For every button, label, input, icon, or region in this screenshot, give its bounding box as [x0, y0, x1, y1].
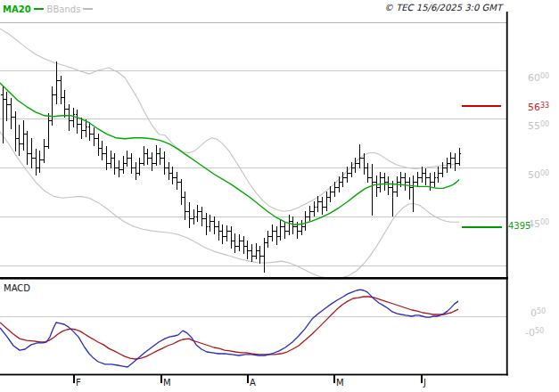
- price-tick-5500: 5500: [528, 119, 549, 131]
- panel-divider: [0, 277, 508, 280]
- x-axis-line: [0, 374, 508, 376]
- bollinger-lower-line: [0, 132, 459, 279]
- bbands-legend-swatch: [83, 8, 93, 10]
- ma20-legend-swatch: [34, 8, 44, 10]
- ma20-line: [0, 83, 459, 225]
- month-label-1: M: [163, 378, 171, 388]
- macd-tick--0.5: -050: [525, 326, 544, 338]
- ma20-legend-label: MA20: [3, 4, 31, 14]
- macd-tick-0.5: 050: [530, 306, 546, 318]
- month-label-0: F: [76, 378, 81, 388]
- stock-chart-window: MA20BBands © TEC 15/6/2025 3:0 GMT MACD …: [0, 0, 559, 392]
- price-tick-6000: 6000: [528, 71, 549, 83]
- month-label-2: A: [250, 378, 256, 388]
- chart-legend: MA20BBands: [3, 4, 96, 14]
- macd-panel-label: MACD: [4, 283, 30, 293]
- candlestick-series: [1, 61, 462, 273]
- price-tick-4500: 4500: [528, 217, 549, 229]
- resistance-level-label: 5633: [528, 101, 549, 112]
- chart-canvas: [0, 0, 559, 392]
- macd-line: [0, 290, 458, 367]
- bbands-legend-label: BBands: [47, 4, 81, 14]
- month-label-3: M: [336, 378, 344, 388]
- copyright-timestamp: © TEC 15/6/2025 3:0 GMT: [384, 3, 502, 12]
- plot-right-border: [506, 12, 508, 375]
- support-level-label: 4395: [508, 221, 530, 231]
- price-tick-5000: 5000: [528, 168, 549, 180]
- month-label-4: J: [423, 378, 426, 388]
